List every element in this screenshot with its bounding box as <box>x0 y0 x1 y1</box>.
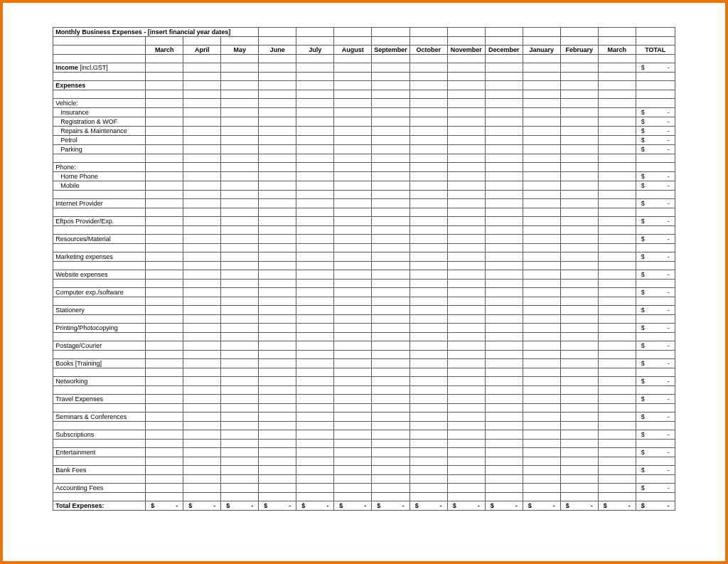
total-cell: $- <box>221 501 259 511</box>
sheet-title: Monthly Business Expenses - [insert fina… <box>53 28 259 37</box>
table-row <box>53 457 675 466</box>
total-cell: $- <box>636 270 675 280</box>
total-cell: $- <box>636 484 675 493</box>
total-cell: $- <box>372 501 410 511</box>
total-cell: $- <box>636 377 675 386</box>
table-row: Networking$- <box>53 377 675 386</box>
table-row <box>53 154 675 163</box>
total-cell: $- <box>636 108 675 117</box>
total-cell: $- <box>636 117 675 127</box>
line-label: Books [Training] <box>53 359 146 368</box>
month-header-6: September <box>372 46 410 55</box>
total-cell: $- <box>410 501 447 511</box>
line-label: Internet Provider <box>53 199 146 208</box>
total-cell: $- <box>636 466 675 475</box>
table-row <box>53 404 675 413</box>
expense-spreadsheet: Monthly Business Expenses - [insert fina… <box>53 27 675 511</box>
line-label: Postage/Courier <box>53 341 146 351</box>
total-cell: $- <box>636 136 675 145</box>
total-header: TOTAL <box>636 46 675 55</box>
month-header-3: June <box>259 46 296 55</box>
table-row: Eftpos Provider/Exp.$- <box>53 217 675 226</box>
table-row <box>53 208 675 217</box>
table-row <box>53 333 675 341</box>
total-cell: $- <box>636 395 675 404</box>
total-cell: $- <box>636 359 675 368</box>
total-expenses-label: Total Expenses: <box>53 501 146 511</box>
table-row <box>53 351 675 359</box>
month-header-4: July <box>296 46 334 55</box>
table-row <box>53 315 675 324</box>
table-row: Home Phone$- <box>53 172 675 181</box>
total-cell: $- <box>296 501 334 511</box>
month-header-8: November <box>447 46 485 55</box>
table-row: Bank Fees$- <box>53 466 675 475</box>
table-row: Phone: <box>53 163 675 172</box>
item-label: Mobile <box>53 181 146 191</box>
line-label: Subscriptions <box>53 430 146 440</box>
line-label: Website expenses <box>53 270 146 280</box>
table-row <box>53 440 675 448</box>
total-cell: $- <box>636 217 675 226</box>
table-row: Website expenses$- <box>53 270 675 280</box>
total-cell: $- <box>183 501 221 511</box>
total-cell: $- <box>636 127 675 136</box>
table-row: Parking$- <box>53 145 675 154</box>
month-header-12: March <box>598 46 636 55</box>
item-label: Registration & WOF <box>53 117 146 127</box>
total-cell: $- <box>636 306 675 315</box>
total-cell: $- <box>146 501 183 511</box>
item-label: Insurance <box>53 108 146 117</box>
table-row <box>53 368 675 377</box>
income-row-label: Income [incl.GST] <box>53 63 146 73</box>
total-cell: $- <box>636 448 675 457</box>
table-row: Marketing expenses$- <box>53 252 675 262</box>
table-row: Resources/Material$- <box>53 235 675 244</box>
table-row <box>53 475 675 484</box>
table-row: Subscriptions$- <box>53 430 675 440</box>
total-cell: $- <box>636 501 675 511</box>
total-cell: $- <box>636 430 675 440</box>
table-row <box>53 262 675 270</box>
month-header-11: February <box>560 46 598 55</box>
line-label: Travel Expenses <box>53 395 146 404</box>
month-header-9: December <box>485 46 523 55</box>
month-header-0: March <box>146 46 183 55</box>
total-cell: $- <box>636 413 675 422</box>
line-label: Computer exp./software <box>53 288 146 297</box>
total-cell: $- <box>636 63 675 73</box>
line-label: Stationery <box>53 306 146 315</box>
expenses-header: Expenses <box>53 81 146 90</box>
table-row: Stationery$- <box>53 306 675 315</box>
header-row: MarchAprilMayJuneJulyAugustSeptemberOcto… <box>53 46 675 55</box>
line-label: Eftpos Provider/Exp. <box>53 217 146 226</box>
item-label: Parking <box>53 145 146 154</box>
table-row: Entertainment$- <box>53 448 675 457</box>
table-row: Registration & WOF$- <box>53 117 675 127</box>
line-label: Bank Fees <box>53 466 146 475</box>
table-row: Computer exp./software$- <box>53 288 675 297</box>
line-label: Printing/Photocopying <box>53 324 146 333</box>
table-row <box>53 386 675 395</box>
line-label: Seminars & Conferences <box>53 413 146 422</box>
total-cell: $- <box>636 288 675 297</box>
month-header-5: August <box>334 46 372 55</box>
table-row: Seminars & Conferences$- <box>53 413 675 422</box>
month-header-10: January <box>523 46 560 55</box>
table-row <box>53 191 675 199</box>
total-cell: $- <box>523 501 560 511</box>
total-cell: $- <box>636 341 675 351</box>
total-cell: $- <box>636 172 675 181</box>
total-cell: $- <box>636 181 675 191</box>
table-row <box>53 297 675 306</box>
total-cell: $- <box>636 252 675 262</box>
table-row <box>53 244 675 252</box>
table-row: Printing/Photocopying$- <box>53 324 675 333</box>
month-header-1: April <box>183 46 221 55</box>
section-label: Phone: <box>53 163 146 172</box>
table-row: Books [Training]$- <box>53 359 675 368</box>
table-row: Repairs & Maintenance$- <box>53 127 675 136</box>
total-cell: $- <box>636 324 675 333</box>
total-cell: $- <box>636 235 675 244</box>
month-header-2: May <box>221 46 259 55</box>
